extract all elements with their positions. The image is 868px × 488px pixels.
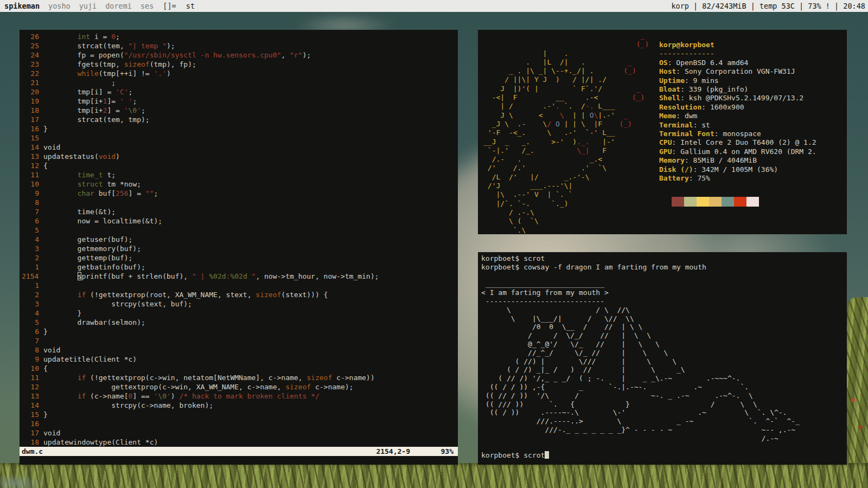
- line-number: 4: [22, 235, 39, 244]
- text-segment: time_t: [78, 171, 103, 179]
- info-label: Disk (/): [659, 165, 693, 174]
- text-segment: [43, 272, 78, 280]
- text-segment: }: [43, 125, 48, 133]
- neofetch-window[interactable]: _ (_) | . . |L /| . _ _ . |\ _| \--+._/|…: [478, 30, 847, 234]
- code-line: 25 strcat(tem, "| temp ");: [22, 41, 458, 50]
- text-segment: "/usr/sbin/sysctl -n hw.sensors.cpu0": [124, 51, 282, 59]
- dwm-status-bar: spikemanyoshoyujidoremises []= st korp |…: [0, 0, 868, 12]
- terminal-output[interactable]: korpboet$ scrotkorpboet$ cowsay -f drago…: [481, 254, 846, 460]
- line-number: 7: [22, 207, 39, 216]
- text-segment: {: [43, 162, 48, 170]
- terminal-cursor: [545, 451, 549, 459]
- text-segment: c->name)): [332, 374, 374, 382]
- text-segment: "| temp ": [129, 42, 167, 50]
- layout-indicator[interactable]: []=: [158, 2, 181, 10]
- text-segment: getmemory(buf);: [43, 245, 141, 253]
- text-segment: |-': [602, 138, 615, 146]
- line-number: 22: [22, 69, 39, 78]
- ascii-art-line: /' /.' .' `\: [483, 164, 649, 172]
- code-line: 18 tmp[i+2] = '\0';: [22, 106, 458, 115]
- terminal-window[interactable]: korpboet$ scrotkorpboet$ cowsay -f drago…: [478, 252, 847, 465]
- text-segment: (stext))) {: [281, 291, 328, 299]
- terminal-line: ----------------------------: [481, 297, 846, 306]
- text-segment: printf(buf + strlen(buf),: [81, 272, 192, 280]
- text-segment: [43, 180, 78, 188]
- text-segment: -.: [585, 102, 598, 110]
- text-segment: (!gettextprop(c->win, netatom[NetWMName]…: [86, 374, 307, 382]
- color-swatch: [697, 197, 709, 207]
- text-segment: strcat(tem,: [43, 42, 129, 50]
- code-line: 3 strcpy(stext, buf);: [22, 299, 458, 309]
- text-segment: `. /: [564, 102, 585, 110]
- text-segment: ;: [116, 33, 120, 41]
- text-segment: ;: [154, 189, 158, 197]
- ascii-art-line: -<| F __ .-< (_): [483, 93, 649, 102]
- text-segment: ' ': [120, 97, 132, 105]
- text-segment: (_): [619, 120, 631, 128]
- terminal-line: ///-._ _ _ _ _ _ _}^ - - - - ~ ~-- ,.-~: [481, 426, 846, 434]
- tag-spikeman[interactable]: spikeman: [0, 2, 44, 10]
- terminal-line: /.-~: [481, 434, 846, 443]
- line-number: 12: [22, 161, 39, 170]
- line-number: 8: [22, 345, 39, 355]
- text-segment: -<| F __ .-<: [483, 93, 632, 101]
- code-area[interactable]: 26 int i = 0;25 strcat(tem, "| temp ");2…: [22, 32, 458, 447]
- ascii-art-line: _J \ .- \/ O | | \ |F (_): [483, 120, 649, 129]
- code-line: 6}: [22, 327, 458, 336]
- text-segment: '.': [154, 69, 167, 78]
- code-line: 13 if (c->name[0] == '\0') /* hack to ma…: [22, 391, 458, 401]
- line-number: 14: [22, 143, 39, 152]
- code-line: 26 int i = 0;: [22, 32, 458, 41]
- system-info: korp@korpboet ------------- OS: OpenBSD …: [659, 41, 816, 211]
- color-swatch: [722, 197, 734, 207]
- editor-window[interactable]: 26 int i = 0;25 strcat(tem, "| temp ");2…: [20, 30, 458, 465]
- text-segment: \: [560, 111, 569, 119]
- text-segment: (!gettextprop(root, XA_WM_NAME, stext,: [86, 291, 256, 299]
- code-line: 18updatewindowtype(Client *c): [22, 438, 458, 447]
- text-segment: /.- . _.<: [483, 155, 602, 163]
- code-line: 12{: [22, 161, 458, 170]
- text-segment: sizeof: [256, 291, 281, 299]
- text-segment: gettextprop(c->win, XA_WM_NAME, c->name,: [43, 383, 285, 391]
- tag-ses[interactable]: ses: [136, 2, 158, 10]
- line-number: 26: [22, 32, 39, 41]
- line-number: 17: [22, 115, 39, 124]
- ascii-art-line: (_): [483, 40, 649, 49]
- statusbar-text: korp | 82/4243MiB | temp 53C | 73% ! | 2…: [671, 2, 868, 10]
- text-segment: '-F -<_. \ .-' `-' L__: [483, 129, 615, 137]
- fetch-info-row: Uptime: 9 mins: [659, 76, 816, 85]
- text-segment: if: [78, 291, 86, 299]
- text-segment: tm *now;: [103, 180, 141, 188]
- text-segment: fgets(tmp,: [43, 60, 124, 68]
- text-segment: _: [623, 111, 628, 119]
- fetch-info-row: Host: Sony Corporation VGN-FW31J: [659, 67, 816, 76]
- text-segment: [43, 291, 78, 299]
- tag-doremi[interactable]: doremi: [101, 2, 136, 10]
- text-segment: "r": [290, 51, 302, 59]
- tag-yuji[interactable]: yuji: [75, 2, 101, 10]
- text-segment: drawbar(selmon);: [43, 318, 145, 326]
- text-segment: `-|.' /_.: [483, 146, 577, 155]
- text-segment: /L /' |/ _.-'-\: [483, 173, 590, 181]
- terminal-line: korpboet$ cowsay -f dragon I am farting …: [481, 263, 846, 272]
- text-segment: int: [78, 33, 90, 41]
- text-segment: ;: [141, 106, 145, 114]
- ascii-art-line: /'J ___.---'\|: [483, 182, 649, 190]
- text-segment: fp = popen(: [43, 51, 124, 59]
- code-line: 12 gettextprop(c->win, XA_WM_NAME, c->na…: [22, 382, 458, 391]
- text-segment: F: [598, 146, 607, 155]
- ascii-art-line: /.- . _.<: [483, 155, 649, 164]
- shell-prompt[interactable]: korpboet$ scrot: [481, 451, 846, 460]
- line-number: 2: [22, 253, 39, 262]
- line-number: 11: [22, 170, 39, 179]
- code-line: 15: [22, 133, 458, 143]
- openbsd-ascii-art: _ (_) | . . |L /| . _ _ . |\ _| \--+._/|…: [483, 31, 649, 235]
- text-segment: (c->name[: [86, 392, 128, 400]
- tag-yosho[interactable]: yosho: [44, 2, 75, 10]
- code-line: 1: [22, 281, 458, 290]
- ascii-art-line: | .: [483, 49, 649, 58]
- fetch-info-row: Meme: dwm: [659, 112, 816, 120]
- text-segment: [43, 33, 78, 41]
- code-line: 16}: [22, 124, 458, 133]
- text-segment: [43, 171, 78, 179]
